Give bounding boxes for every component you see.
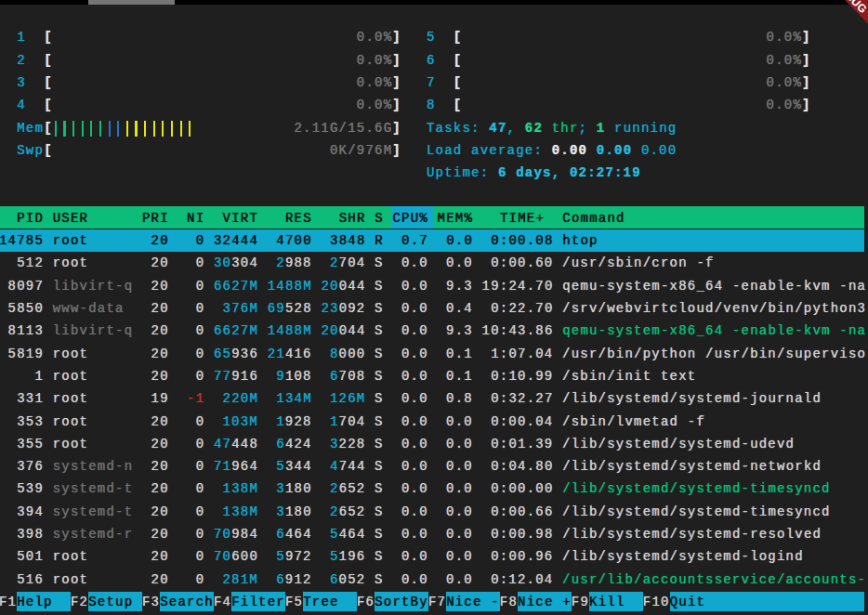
- svg-text:DEBUG: DEBUG: [832, 0, 868, 16]
